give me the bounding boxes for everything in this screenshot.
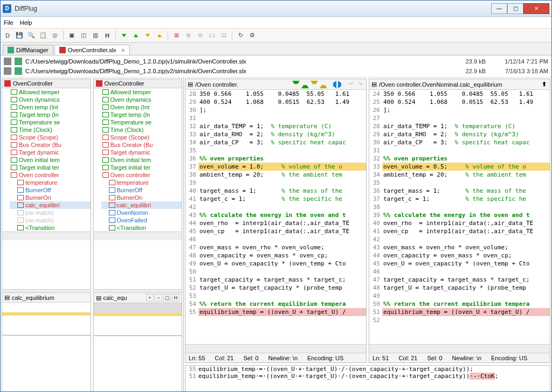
undo-icon[interactable]: ↶ (347, 81, 355, 88)
code-line[interactable]: 35 (185, 146, 366, 155)
code-line[interactable]: 51equilibrium_temp = ((oven_U + target_U… (369, 308, 550, 316)
tree-item[interactable]: (no match) (10, 209, 91, 216)
tree-item[interactable]: calc_equilibri (101, 201, 182, 209)
code-line[interactable]: 44oven_rho = interp1(air_data(:,air_data… (185, 219, 366, 227)
nav-next-diff-icon[interactable] (310, 81, 318, 88)
tree-item[interactable]: Scope (Scope) (10, 134, 91, 141)
nav-next-icon[interactable] (143, 31, 153, 40)
tree-item[interactable]: Target temp (In (10, 111, 91, 118)
zoom-out-icon[interactable]: ⊖ (195, 31, 205, 40)
tree-item[interactable]: Target initial ter (101, 164, 182, 171)
up-arrow-icon[interactable]: ⬆ (540, 81, 548, 88)
code-line[interactable]: 41oven_cp = interp1(air_data(:,air_data_… (369, 227, 550, 235)
code-line[interactable]: 29400 0.524 1.068 0.0515 62.53 1.49 (185, 98, 366, 106)
tree-item[interactable]: Target initial ter (10, 164, 91, 171)
code-line[interactable]: 38ambient_temp = 20; % the ambient tem (185, 171, 366, 179)
tree-item[interactable]: temperature (101, 179, 182, 186)
code-line[interactable]: 43oven_mass = oven_rho * oven_volume; (369, 243, 550, 251)
tree-item[interactable]: Oven temp (Int (101, 103, 182, 111)
code-line[interactable]: 55equilibrium_temp = ((oven_U + target_U… (185, 308, 366, 316)
maximize-button[interactable]: ▢ (507, 3, 523, 14)
clipboard-icon[interactable]: 📋 (38, 31, 48, 40)
nav-last-diff-icon[interactable] (320, 81, 327, 88)
menu-help[interactable]: Help (20, 19, 32, 26)
code-line[interactable]: 45oven_U = oven_capacity * (oven_temp + … (369, 260, 550, 268)
layout-3-icon[interactable]: ▥ (91, 31, 100, 40)
minimap-right[interactable]: ▤ calc_equ + − ▢ H (93, 292, 183, 392)
tab-diffmanager[interactable]: DiffManager (3, 45, 53, 55)
mm-plus-icon[interactable]: + (146, 294, 154, 302)
tree-item[interactable]: BurnerOff (10, 186, 91, 194)
minimap-left[interactable]: ▤ calc_equilibrium (2, 292, 91, 392)
zoom-fit-icon[interactable]: ⊡ (219, 31, 229, 40)
nav-first-icon[interactable] (119, 31, 129, 40)
code-line[interactable]: 39%% calculate the energy in the oven an… (369, 211, 550, 219)
tree-item[interactable]: Temperature se (101, 118, 182, 126)
code-line[interactable]: 48oven_capacity = oven_mass * oven_cp; (185, 251, 366, 260)
code-line[interactable]: 40oven_rho = interp1(air_data(:,air_data… (369, 219, 550, 227)
code-line[interactable]: 48target_U = target_capacity * (probe_te… (369, 284, 550, 292)
code-line[interactable]: 24350 0.566 1.055 0.0485 55.05 1.61 (369, 90, 550, 98)
tree-item[interactable]: Oven dynamics (101, 96, 182, 103)
tree-item[interactable]: Allowed temper (10, 88, 91, 96)
code-line[interactable]: 38 (369, 203, 550, 211)
scrollbar-h[interactable] (94, 232, 182, 240)
code-line[interactable]: 34ambient_temp = 20; % the ambient tem (369, 171, 550, 179)
code-line[interactable]: 32air_data_TEMP = 1; % temperature (C) (185, 122, 366, 130)
zoom-11-icon[interactable]: 1:1 (207, 31, 217, 40)
tab-close-icon[interactable]: ✕ (121, 47, 125, 53)
nav-prev-diff-icon[interactable] (301, 81, 309, 88)
code-line[interactable]: 54%% return the current equilibrium temp… (185, 300, 366, 308)
scrollbar-h[interactable] (2, 232, 91, 240)
tree-item[interactable]: OvenFailed (101, 216, 182, 224)
code-line[interactable]: 47target_capacity = target_mass * target… (369, 276, 550, 284)
code-line[interactable]: 40target_mass = 1; % the mass of the (185, 187, 366, 195)
nav-first-diff-icon[interactable] (292, 81, 300, 88)
code-line[interactable]: 25400 0.524 1.068 0.0515 62.53 1.49 (369, 98, 550, 106)
code-line[interactable]: 26]; (369, 106, 550, 114)
code-line[interactable]: 44oven_capacity = oven_mass * oven_cp; (369, 251, 550, 260)
diff-detail-pane[interactable]: 55equilibrium_temp·=·((oven_U·+·target_U… (185, 365, 550, 392)
tree-item[interactable]: Temperature se (10, 118, 91, 126)
refresh-icon[interactable]: ↻ (236, 31, 245, 40)
nav-last-icon[interactable] (155, 31, 164, 40)
code-line[interactable]: 46 (369, 268, 550, 276)
tree-item[interactable]: Target temp (In (101, 111, 182, 118)
layout-h-icon[interactable]: H (102, 31, 112, 40)
tree-item[interactable]: Target dynamic (101, 149, 182, 156)
tree-item[interactable]: Oven temp (Int (10, 103, 91, 111)
code-line[interactable]: 42 (369, 235, 550, 243)
code-line[interactable]: 37oven_volume = 1.0; % volume of the o (185, 163, 366, 171)
menu-file[interactable]: File (4, 19, 13, 26)
code-line[interactable]: 45oven_cp = interp1(air_data(:,air_data_… (185, 227, 366, 235)
zoom-in-icon[interactable]: ⊕ (183, 31, 193, 40)
code-line[interactable]: 39 (185, 179, 366, 187)
code-line[interactable]: 42 (185, 203, 366, 211)
code-line[interactable]: 33air_data_RHO = 2; % density (kg/m^3) (185, 130, 366, 138)
tab-ovencontroller[interactable]: OvenController.slx ✕ (54, 45, 130, 55)
tree-item[interactable]: Bus Creator (Bu (10, 141, 91, 149)
code-line[interactable]: 47oven_mass = oven_rho * oven_volume; (185, 243, 366, 251)
tree-item[interactable]: <Transition (10, 224, 91, 232)
tree-item[interactable]: temperature (10, 179, 91, 186)
code-line[interactable]: 50 (185, 268, 366, 276)
tree-item[interactable]: Target dynamic (10, 149, 91, 156)
tree-item[interactable]: Bus Creator (Bu (101, 141, 182, 149)
mm-box-icon[interactable]: ▢ (163, 294, 171, 302)
tree-item[interactable]: OvenNomin (101, 209, 182, 216)
code-line[interactable]: 37target_c = 1; % the specific he (369, 195, 550, 203)
tree-item[interactable]: Time (Clock) (101, 126, 182, 134)
tree-item[interactable]: (no match) (10, 216, 91, 224)
tree-item[interactable]: Allowed temper (101, 88, 182, 96)
tree-item[interactable]: <Transition (101, 224, 182, 232)
code-line[interactable]: 43%% calculate the energy in the oven an… (185, 211, 366, 219)
code-line[interactable]: 27 (369, 114, 550, 122)
tree-item[interactable]: BurnerOff (101, 186, 182, 194)
layout-1-icon[interactable]: ▣ (67, 31, 77, 40)
code-editor[interactable]: 24350 0.566 1.055 0.0485 55.05 1.6125400… (369, 90, 550, 344)
mm-h-icon[interactable]: H (172, 294, 180, 302)
tree-item[interactable]: Scope (Scope) (101, 134, 182, 141)
scrollbar-h[interactable] (185, 344, 366, 353)
code-line[interactable]: 41target_c = 1; % the specific he (185, 195, 366, 203)
code-line[interactable]: 33oven_volume = 0.5; % volume of the o (369, 163, 550, 171)
